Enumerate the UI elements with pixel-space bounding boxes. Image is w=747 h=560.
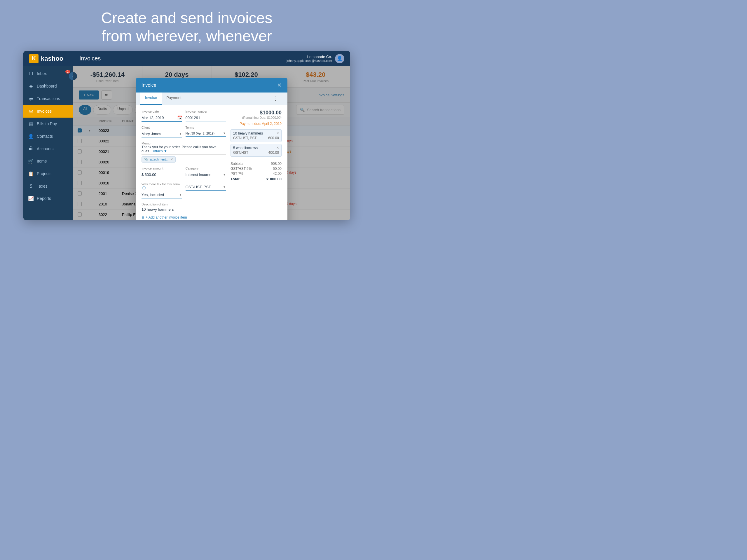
reports-icon: 📈 (28, 196, 34, 201)
amount-display: $1000.00 (Remaining Due: $1000.00) (231, 110, 282, 119)
tax-select[interactable]: Yes, included ▼ (141, 192, 182, 199)
sidebar-item-inbox[interactable]: ☐ Inbox 1 (23, 68, 73, 80)
sidebar-item-reports[interactable]: 📈 Reports (23, 192, 73, 205)
user-email: johnny.appleseed@kashoo.com (287, 59, 332, 62)
modal-body: Invoice date Mar 12, 2019 📅 Invoice numb… (136, 105, 287, 220)
item-name: 10 heavy hammers (233, 131, 263, 135)
sidebar-item-label: Accounts (37, 147, 54, 151)
memo-label: Memo (141, 142, 226, 145)
contacts-icon: 👤 (28, 134, 34, 139)
sidebar-item-items[interactable]: 🛒 Items (23, 155, 73, 168)
sidebar-item-accounts[interactable]: 🏛 Accounts (23, 143, 73, 155)
accounts-icon: 🏛 (28, 146, 34, 151)
desc-input[interactable]: 10 heavy hammers (141, 206, 226, 213)
category-select[interactable]: Interest income ▼ (186, 171, 226, 178)
tax-question-label: Was there tax for this item? ⓘ (141, 182, 182, 190)
total-label: Total: (231, 177, 240, 181)
bills-icon: ▤ (28, 121, 34, 127)
item-chip-1: 10 heavy hammers ✕ GST/HST, PST 600.00 (231, 129, 282, 142)
sidebar-item-label: Reports (37, 196, 51, 201)
main-content: -$51,260.14 Fiscal Year Total 20 days Av… (73, 66, 350, 220)
item-name: 5 wheelbarrows (233, 146, 258, 150)
description-row: Description of item 10 heavy hammers (141, 203, 226, 213)
client-group: Client Mary Jones ▼ (141, 126, 182, 137)
modal-right: $1000.00 (Remaining Due: $1000.00) Payme… (231, 110, 282, 220)
attachment-chip[interactable]: 📎 attachment... ✕ (141, 156, 176, 162)
sidebar-item-label: Inbox (37, 71, 47, 76)
client-select[interactable]: Mary Jones ▼ (141, 130, 182, 137)
add-icon: ⊕ (141, 215, 145, 220)
dashboard-icon: ◈ (28, 83, 34, 89)
tab-payment[interactable]: Payment (162, 93, 186, 105)
item-chip-2: 5 wheelbarrows ✕ GST/HST 400.00 (231, 144, 282, 157)
modal-close-button[interactable]: ✕ (277, 82, 282, 88)
amount-input[interactable]: $ 600.00 (141, 171, 182, 178)
calendar-icon: 📅 (177, 116, 182, 120)
tax-type-group: GST/HST, PST ▼ (186, 182, 226, 199)
add-item-link[interactable]: ⊕ + Add another invoice item (141, 215, 226, 220)
top-bar: K kashoo Invoices Lemonade Co. johnny.ap… (23, 51, 350, 66)
more-options-button[interactable]: ⋮ (268, 93, 283, 105)
terms-group: Terms Net 30 (Apr 2, 2019) ▼ (186, 126, 226, 137)
modal-title: Invoice (141, 83, 156, 88)
total-value: $1000.00 (266, 177, 282, 181)
sidebar-item-dashboard[interactable]: ◈ Dashboard (23, 80, 73, 93)
brand-name: kashoo (41, 55, 63, 62)
tax-row: Was there tax for this item? ⓘ Yes, incl… (141, 182, 226, 199)
tax-type-select[interactable]: GST/HST, PST ▼ (186, 183, 226, 190)
terms-label: Terms (186, 126, 226, 129)
category-group: Category Interest income ▼ (186, 167, 226, 178)
sidebar-item-label: Transactions (37, 96, 60, 101)
sidebar-item-label: Items (37, 159, 47, 163)
sidebar-item-bills[interactable]: ▤ Bills to Pay (23, 118, 73, 130)
inbox-icon: ☐ (28, 71, 34, 76)
modal-header: Invoice ✕ (136, 78, 287, 93)
logo-icon: K (29, 54, 38, 63)
sidebar-item-invoices[interactable]: ✉ Invoices (23, 105, 73, 118)
form-row-date-number: Invoice date Mar 12, 2019 📅 Invoice numb… (141, 110, 226, 122)
invoice-number-input[interactable]: 0001291 (186, 114, 226, 121)
modal-tabs: Invoice Payment ⋮ (136, 93, 287, 105)
invoice-date-label: Invoice date (141, 110, 182, 113)
sidebar-item-contacts[interactable]: 👤 Contacts (23, 130, 73, 143)
pst-row: PST 7% 42.00 (231, 172, 282, 176)
attachment-icon: 📎 (144, 158, 148, 161)
items-icon: 🛒 (28, 158, 34, 164)
invoice-number-group: Invoice number 0001291 (186, 110, 226, 122)
sidebar-item-label: Taxes (37, 184, 48, 188)
modal-overlay: Invoice ✕ Invoice Payment ⋮ (73, 66, 350, 220)
amount-group: Invoice amount $ 600.00 (141, 167, 182, 178)
tab-invoice[interactable]: Invoice (140, 93, 162, 105)
desc-label: Description of item (141, 203, 226, 206)
form-row-client-terms: Client Mary Jones ▼ Terms Net 3 (141, 126, 226, 137)
subtotal-row: Subtotal 908.00 (231, 162, 282, 166)
projects-icon: 📋 (28, 171, 34, 177)
remove-item-button[interactable]: ✕ (276, 131, 279, 135)
modal-left: Invoice date Mar 12, 2019 📅 Invoice numb… (141, 110, 226, 220)
invoice-modal: Invoice ✕ Invoice Payment ⋮ (136, 78, 287, 220)
sidebar-item-label: Bills to Pay (37, 121, 57, 126)
sidebar-item-label: Dashboard (37, 84, 57, 88)
invoice-date-input[interactable]: Mar 12, 2019 📅 (141, 114, 182, 122)
gst-value: 50.00 (273, 167, 282, 171)
subtotal-value: 908.00 (271, 162, 282, 166)
amount-remaining: (Remaining Due: $1000.00) (231, 116, 282, 119)
total-row: Total: $1000.00 (231, 177, 282, 181)
transactions-icon: ⇄ (28, 96, 34, 102)
memo-text[interactable]: Thank you for your order. Please call if… (141, 145, 226, 155)
app-window: K kashoo Invoices Lemonade Co. johnny.ap… (23, 51, 350, 220)
terms-select[interactable]: Net 30 (Apr 2, 2019) ▼ (186, 130, 226, 136)
sidebar-item-label: Projects (37, 171, 52, 176)
invoice-date-group: Invoice date Mar 12, 2019 📅 (141, 110, 182, 122)
invoice-number-label: Invoice number (186, 110, 226, 113)
item-amount: 400.00 (268, 151, 279, 155)
remove-attachment-icon[interactable]: ✕ (171, 158, 173, 161)
sidebar-item-projects[interactable]: 📋 Projects (23, 168, 73, 180)
sidebar: ‹ ☐ Inbox 1 ◈ Dashboard ⇄ Transactions ✉… (23, 66, 73, 220)
remove-item-button[interactable]: ✕ (276, 146, 279, 150)
sidebar-item-transactions[interactable]: ⇄ Transactions (23, 93, 73, 105)
invoices-icon: ✉ (28, 108, 34, 114)
sidebar-item-taxes[interactable]: $ Taxes (23, 180, 73, 192)
gst-label: GST/HST 5% (231, 167, 252, 171)
page-title: Invoices (79, 55, 283, 62)
